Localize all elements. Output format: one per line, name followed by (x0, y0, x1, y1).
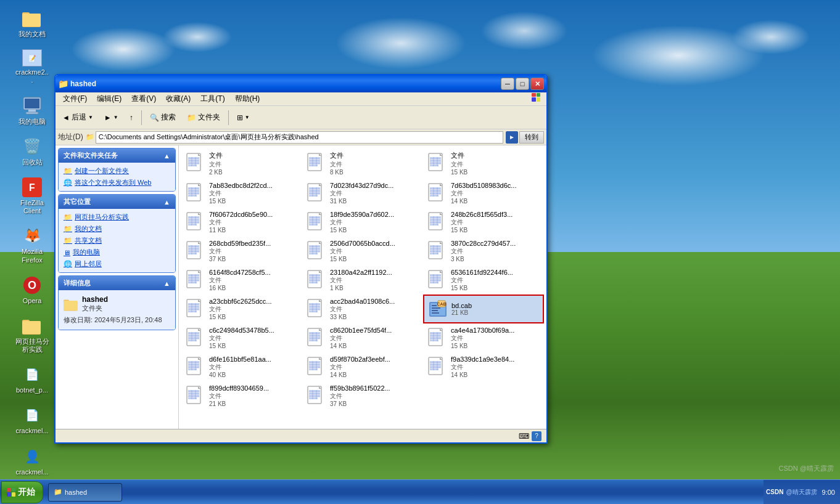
other-link-computer[interactable]: 🖥 我的电脑 (64, 248, 170, 257)
file-item[interactable]: 248b26c81f565df3... 文件 15 KB (423, 208, 544, 237)
file-size: 8 KB (330, 169, 419, 176)
file-size: 21 KB (451, 309, 539, 316)
file-size: 15 KB (451, 169, 540, 176)
file-item[interactable]: acc2bad4a01908c6... 文件 33 KB (302, 295, 423, 323)
icon-firefox[interactable]: 🦊 Mozilla Firefox (12, 224, 52, 266)
file-item[interactable]: 3870c28cc279d457... 文件 3 KB (423, 237, 544, 266)
file-item[interactable]: f9a339dc1a9e3e84... 文件 14 KB (423, 352, 544, 381)
other-link-docs[interactable]: 📁 我的文档 (64, 224, 170, 234)
other-header[interactable]: 其它位置 ▲ (59, 195, 175, 209)
icon-opera[interactable]: O Opera (12, 273, 52, 307)
back-button[interactable]: ◄ 后退 ▼ (58, 110, 97, 125)
file-item[interactable]: d6fe161bbf5e81aa... 文件 40 KB (181, 352, 302, 381)
menu-edit[interactable]: 编辑(E) (92, 92, 126, 105)
file-item[interactable]: f899dcff89304659... 文件 21 KB (181, 381, 302, 410)
menu-file[interactable]: 文件(F) (58, 92, 92, 105)
icon-recycle[interactable]: 🗑️ 回收站 (12, 134, 52, 169)
svg-text:CAB: CAB (437, 302, 446, 306)
icon-crackmel[interactable]: 📄 crackmel... (12, 403, 52, 437)
file-info: 文件 文件 2 KB (209, 151, 298, 176)
taskbar-items: 📁 hashed (48, 483, 764, 502)
file-item[interactable]: 23180a42a2ff1192... 文件 1 KB (302, 266, 423, 295)
file-item[interactable]: 2506d70065b0accd... 文件 15 KB (302, 237, 423, 266)
svg-rect-43 (430, 162, 441, 164)
other-link-shared[interactable]: 📁 共享文档 (64, 236, 170, 245)
file-item[interactable]: 7f60672dcd6b5e90... 文件 11 KB (181, 208, 302, 237)
file-area[interactable]: 文件 文件 2 KB 文件 文件 8 KB (179, 145, 546, 429)
file-item[interactable]: 7d63bd5108983d6c... 文件 14 KB (423, 179, 544, 208)
other-link-network[interactable]: 🌐 网上邻居 (64, 259, 170, 269)
icon-my-computer[interactable]: 我的电脑 (12, 94, 52, 128)
icon-filezilla[interactable]: F FileZilla Client (12, 175, 52, 217)
create-folder-link[interactable]: 📁 创建一个新文件夹 (64, 166, 170, 176)
file-size: 16 KB (209, 285, 298, 291)
file-type: 文件 (330, 218, 419, 227)
file-type: 文件 (451, 276, 540, 285)
icon-crackme[interactable]: 📝 crackme2... (12, 47, 52, 87)
tasks-header[interactable]: 文件和文件夹任务 ▲ (59, 148, 175, 163)
folders-button[interactable]: 📁 文件夹 (183, 110, 224, 125)
file-name: c8620b1ee75fd54f... (330, 327, 419, 334)
svg-rect-118 (188, 245, 199, 247)
go-button[interactable]: 转到 (519, 131, 544, 144)
taskbar-hashed[interactable]: 📁 hashed (48, 483, 122, 502)
icon-folder-analysis[interactable]: 网页挂马分析实践 (12, 314, 52, 356)
file-item[interactable]: 文件 文件 2 KB (181, 148, 302, 179)
file-type: 文件 (209, 334, 298, 343)
file-info: bd.cab 21 KB (451, 302, 539, 316)
file-item[interactable]: 268cbd59fbed235f... 文件 37 KB (181, 237, 302, 266)
forward-button[interactable]: ► ▼ (100, 111, 123, 124)
file-item[interactable]: d59f870b2af3eebf... 文件 14 KB (302, 352, 423, 381)
file-info: 7d023fd43d27d9dc... 文件 31 KB (330, 182, 419, 205)
file-size: 1 KB (330, 285, 419, 291)
maximize-button[interactable]: □ (516, 78, 529, 90)
file-item[interactable]: CAB bd.cab 21 KB (423, 295, 544, 323)
file-item[interactable]: c8620b1ee75fd54f... 文件 14 KB (302, 323, 423, 352)
file-item[interactable]: 6164f8cd47258cf5... 文件 16 KB (181, 266, 302, 295)
tasks-header-label: 文件和文件夹任务 (64, 151, 118, 160)
menu-favorites[interactable]: 收藏(A) (161, 92, 196, 105)
minimize-button[interactable]: ─ (501, 78, 514, 90)
file-icon (186, 270, 205, 290)
other-folder-icon-0: 📁 (64, 213, 72, 221)
svg-rect-173 (430, 274, 441, 276)
other-link-analysis[interactable]: 📁 网页挂马分析实践 (64, 213, 170, 222)
menu-tools[interactable]: 工具(T) (196, 92, 229, 105)
file-item[interactable]: c6c24984d53478b5... 文件 15 KB (181, 323, 302, 352)
svg-rect-120 (188, 250, 199, 252)
file-item[interactable]: 7d023fd43d27d9dc... 文件 31 KB (302, 179, 423, 208)
svg-rect-184 (188, 303, 199, 305)
taskbar-item-icon: 📁 (54, 488, 62, 496)
close-button[interactable]: ✕ (530, 78, 544, 90)
icon-my-docs[interactable]: 我的文档 (12, 6, 52, 41)
icon-botnet[interactable]: 📄 botnet_p... (12, 362, 52, 397)
file-item[interactable]: ca4e4a1730b0f69a... 文件 15 KB (423, 323, 544, 352)
file-item[interactable]: 7ab83edbc8d2f2cd... 文件 15 KB (181, 179, 302, 208)
file-item[interactable]: 文件 文件 15 KB (423, 148, 544, 179)
search-button[interactable]: 🔍 搜索 (146, 110, 180, 125)
file-item[interactable]: ff59b3b8961f5022... 文件 37 KB (302, 381, 423, 410)
file-item[interactable]: 18f9de3590a7d602... 文件 15 KB (302, 208, 423, 237)
file-item[interactable]: a23cbbf6c2625dcc... 文件 15 KB (181, 295, 302, 323)
svg-rect-195 (309, 303, 320, 305)
file-name: c6c24984d53478b5... (209, 327, 298, 334)
start-button[interactable]: 开始 (1, 481, 43, 503)
file-size: 37 KB (330, 400, 419, 407)
views-button[interactable]: ⊞ ▼ (233, 111, 254, 124)
file-type: 文件 (209, 305, 298, 314)
up-button[interactable]: ↑ (125, 111, 138, 124)
svg-rect-208 (432, 310, 438, 311)
menu-view[interactable]: 查看(V) (126, 92, 161, 105)
file-item[interactable]: 文件 文件 8 KB (302, 148, 423, 179)
file-name: 268cbd59fbed235f... (209, 240, 298, 247)
detail-header[interactable]: 详细信息 ▲ (59, 276, 175, 290)
other-collapse-icon: ▲ (163, 198, 170, 206)
address-bar-icon: 📁 (86, 133, 94, 141)
file-info: 3870c28cc279d457... 文件 3 KB (451, 240, 540, 262)
folders-label: 文件夹 (198, 112, 220, 123)
menu-help[interactable]: 帮助(H) (230, 92, 265, 105)
publish-link[interactable]: 🌐 将这个文件夹发布到 Web (64, 178, 170, 187)
address-input[interactable] (96, 131, 503, 144)
file-item[interactable]: 6536161fd92244f6... 文件 15 KB (423, 266, 544, 295)
icon-crackmel2[interactable]: 👤 crackmel... (12, 444, 52, 479)
